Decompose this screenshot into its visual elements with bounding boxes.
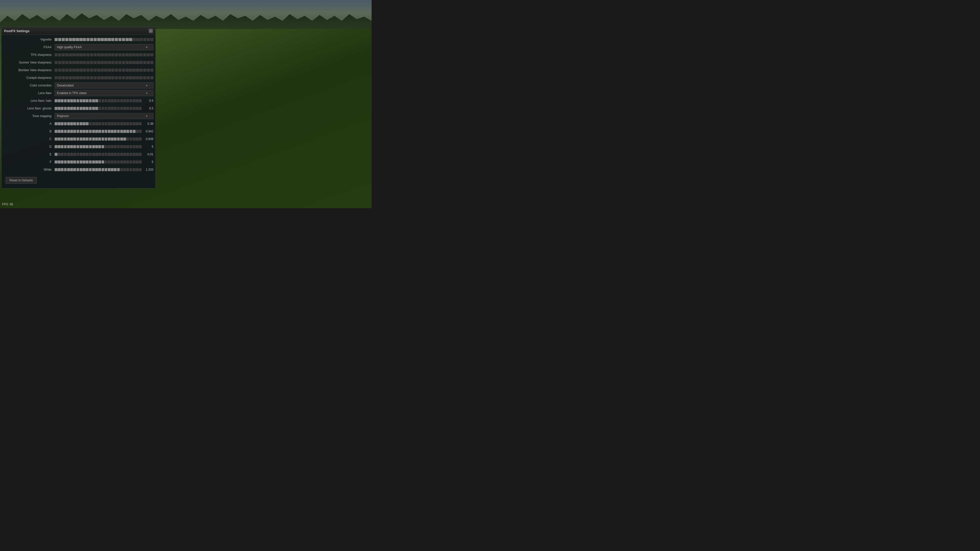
param-white-label: White xyxy=(3,168,55,171)
fps-counter: FPS: 56 xyxy=(2,203,13,206)
param-f-control: 5 xyxy=(55,160,153,164)
tone-mapping-control: Polynom ▼ xyxy=(55,113,153,119)
gunner-sharpness-slider[interactable] xyxy=(55,61,153,64)
param-a-label: A xyxy=(3,122,55,125)
color-correction-row: Color correction Desaturated ▼ xyxy=(2,82,156,89)
lens-flare-halo-control: 0.5 xyxy=(55,99,153,103)
param-e-label: E xyxy=(3,152,55,156)
panel-header: PostFX Settings × xyxy=(2,27,156,35)
lens-flare-ghosts-value: 0.5 xyxy=(143,106,153,110)
lens-flare-row: Lens flare Enabled in TPS views ▼ xyxy=(2,89,156,97)
lens-flare-halo-slider[interactable] xyxy=(55,99,142,102)
color-correction-label: Color correction xyxy=(3,84,55,87)
param-e-row: E 0.01 xyxy=(2,151,156,158)
fxaa-dropdown[interactable]: High quality FXAA ▼ xyxy=(55,44,153,50)
vignette-control xyxy=(55,38,153,41)
color-correction-value: Desaturated xyxy=(57,84,73,87)
color-correction-control: Desaturated ▼ xyxy=(55,83,153,89)
vignette-slider[interactable] xyxy=(55,38,153,41)
param-b-label: B xyxy=(3,130,55,133)
bomber-sharpness-row: Bomber View sharpness xyxy=(2,66,156,74)
param-f-slider[interactable] xyxy=(55,160,142,164)
reset-section: Reset to Defaults xyxy=(2,173,156,187)
fxaa-control: High quality FXAA ▼ xyxy=(55,44,153,50)
param-b-row: B 0.942 xyxy=(2,127,156,135)
panel-title: PostFX Settings xyxy=(4,29,30,33)
tone-mapping-row: Tone mapping Polynom ▼ xyxy=(2,112,156,120)
fxaa-label: FXAA xyxy=(3,45,55,49)
cockpit-sharpness-row: Cockpit sharpness xyxy=(2,74,156,82)
cockpit-sharpness-label: Cockpit sharpness xyxy=(3,76,55,79)
param-d-control: 5 xyxy=(55,145,153,148)
param-f-value: 5 xyxy=(143,160,153,164)
cockpit-sharpness-slider[interactable] xyxy=(55,76,153,79)
color-correction-dropdown[interactable]: Desaturated ▼ xyxy=(55,83,153,89)
reset-button[interactable]: Reset to Defaults xyxy=(6,177,37,184)
vignette-label: Vignette xyxy=(3,38,55,41)
bomber-sharpness-control xyxy=(55,68,153,72)
param-a-row: A 0.38 xyxy=(2,120,156,127)
param-c-row: C 0.808 xyxy=(2,135,156,143)
settings-panel: PostFX Settings × Vignette FXAA High qua… xyxy=(1,27,156,189)
bomber-sharpness-label: Bomber View sharpness xyxy=(3,68,55,72)
lens-flare-halo-value: 0.5 xyxy=(143,99,153,103)
tone-mapping-value: Polynom xyxy=(57,114,69,118)
param-e-control: 0.01 xyxy=(55,152,153,156)
param-e-slider[interactable] xyxy=(55,153,142,156)
gunner-sharpness-row: Gunner View sharpness xyxy=(2,59,156,66)
lens-flare-control: Enabled in TPS views ▼ xyxy=(55,90,153,96)
param-d-slider[interactable] xyxy=(55,145,142,148)
param-d-row: D 5 xyxy=(2,143,156,151)
lens-flare-dropdown[interactable]: Enabled in TPS views ▼ xyxy=(55,90,153,96)
lens-flare-halo-label: Lens flare: halo xyxy=(3,99,55,103)
gunner-sharpness-label: Gunner View sharpness xyxy=(3,61,55,64)
param-white-row: White 1.333 xyxy=(2,166,156,173)
param-c-slider[interactable] xyxy=(55,138,142,141)
vignette-row: Vignette xyxy=(2,36,156,43)
param-a-slider[interactable] xyxy=(55,122,142,125)
param-b-slider[interactable] xyxy=(55,130,142,133)
param-f-row: F 5 xyxy=(2,158,156,166)
param-d-label: D xyxy=(3,145,55,148)
lens-flare-ghosts-control: 0.5 xyxy=(55,106,153,110)
lens-flare-ghosts-row: Lens flare: ghosts 0.5 xyxy=(2,105,156,112)
param-c-control: 0.808 xyxy=(55,137,153,141)
param-white-slider[interactable] xyxy=(55,168,142,171)
lens-flare-arrow: ▼ xyxy=(145,92,148,95)
panel-body: Vignette FXAA High quality FXAA ▼ TPS sh… xyxy=(2,35,156,188)
param-a-control: 0.38 xyxy=(55,122,153,125)
param-f-label: F xyxy=(3,160,55,164)
param-white-control: 1.333 xyxy=(55,168,153,171)
fxaa-value: High quality FXAA xyxy=(57,45,82,49)
tps-sharpness-label: TPS sharpness xyxy=(3,53,55,57)
fxaa-arrow: ▼ xyxy=(145,46,148,49)
tps-sharpness-row: TPS sharpness xyxy=(2,51,156,59)
tps-sharpness-slider[interactable] xyxy=(55,53,153,56)
color-correction-arrow: ▼ xyxy=(145,84,148,87)
param-white-value: 1.333 xyxy=(143,168,153,171)
tone-mapping-dropdown[interactable]: Polynom ▼ xyxy=(55,113,153,119)
param-c-label: C xyxy=(3,137,55,141)
lens-flare-halo-row: Lens flare: halo 0.5 xyxy=(2,97,156,105)
bomber-sharpness-slider[interactable] xyxy=(55,68,153,72)
tps-sharpness-control xyxy=(55,53,153,56)
fxaa-row: FXAA High quality FXAA ▼ xyxy=(2,43,156,51)
param-e-value: 0.01 xyxy=(143,152,153,156)
lens-flare-value: Enabled in TPS views xyxy=(57,91,87,95)
param-a-value: 0.38 xyxy=(143,122,153,125)
param-b-control: 0.942 xyxy=(55,130,153,133)
tone-mapping-label: Tone mapping xyxy=(3,114,55,118)
tone-mapping-arrow: ▼ xyxy=(145,115,148,118)
close-button[interactable]: × xyxy=(149,29,153,33)
gunner-sharpness-control xyxy=(55,61,153,64)
param-d-value: 5 xyxy=(143,145,153,148)
cockpit-sharpness-control xyxy=(55,76,153,79)
lens-flare-label: Lens flare xyxy=(3,91,55,95)
lens-flare-ghosts-slider[interactable] xyxy=(55,107,142,110)
param-c-value: 0.808 xyxy=(143,137,153,141)
param-b-value: 0.942 xyxy=(143,130,153,133)
lens-flare-ghosts-label: Lens flare: ghosts xyxy=(3,106,55,110)
